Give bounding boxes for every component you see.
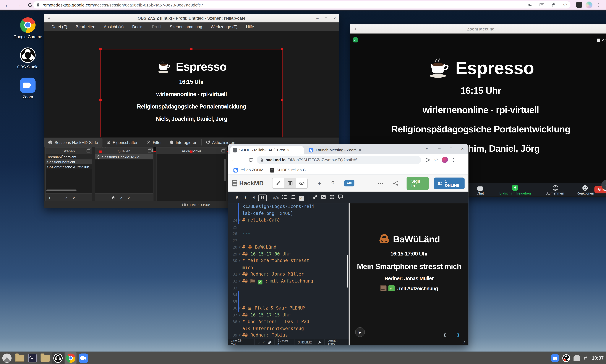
resize-handle[interactable] [281,48,283,50]
desktop-icon-obs[interactable]: OBS Studio [10,48,45,69]
autoplay-button[interactable]: ▶ [355,327,365,337]
menu-dots-icon[interactable]: ⋮ [451,157,455,162]
menu-ansicht[interactable]: Ansicht (V) [100,24,128,29]
menu-bearbeiten[interactable]: Bearbeiten [71,24,100,29]
new-tab-button[interactable]: + [379,146,382,152]
strikethrough-button[interactable]: S [250,195,258,200]
fold-icon[interactable]: ∨ [237,244,242,251]
menu-datei[interactable]: Datei (F) [47,24,71,29]
obs-titlebar[interactable]: ◂ OBS 27.2.2 (linux) - Profil: Untitled … [44,14,339,23]
taskbar-launcher[interactable] [1,352,13,364]
profile-avatar[interactable] [585,1,592,8]
reload-icon[interactable] [248,157,253,162]
fold-icon[interactable]: ∨ [237,319,242,325]
fold-icon[interactable]: ∨ [237,332,242,339]
preferences-icon[interactable] [315,339,325,345]
close-icon[interactable]: × [461,146,464,151]
view-button[interactable]: Anze [597,38,606,42]
scene-up-button[interactable]: ∧ [65,195,68,200]
task-list-button[interactable]: ✓ [297,195,306,200]
bookmark-slides[interactable]: SLIDES relilab-C... [270,168,309,172]
source-dock-tab[interactable]: Sessions HackMD-Slide [44,138,102,147]
resize-handle[interactable] [99,150,102,153]
link-button[interactable] [311,194,319,201]
source-down-button[interactable]: ∨ [127,195,130,200]
split-divider[interactable] [349,203,350,345]
split-mode-button[interactable] [284,178,296,188]
scene-item[interactable]: Technik-Übersicht [46,154,92,159]
help-button[interactable]: ? [331,180,334,186]
forward-icon[interactable]: → [240,157,245,163]
source-properties-icon[interactable] [111,196,115,200]
table-button[interactable] [328,194,336,201]
image-button[interactable] [319,194,328,201]
back-icon[interactable]: ← [5,2,10,8]
back-icon[interactable]: ← [231,157,236,163]
properties-button[interactable]: Eigenschaften [102,138,142,147]
obs-scene-canvas[interactable]: Espresso 16:15 Uhr wirlernenonline - rpi… [100,49,283,152]
zoom-titlebar[interactable]: ◂ Zoom Meeting – □ [350,24,606,34]
share-icon[interactable] [551,2,556,8]
address-bar[interactable]: remotedesktop.google.com/access/session/… [33,1,570,9]
tab-close-icon[interactable]: × [359,148,361,152]
reactions-button[interactable]: Reaktionen [577,185,594,196]
fold-icon[interactable]: ∨ [237,271,242,278]
lightbulb-icon[interactable] [257,340,260,344]
tab-search-icon[interactable]: ∨ [426,147,428,151]
bookmark-star-icon[interactable]: ☆ [563,2,567,8]
resize-handle[interactable] [99,48,102,50]
bold-button[interactable]: B [233,195,241,200]
minimize-icon[interactable]: – [598,26,600,31]
source-up-button[interactable]: ∧ [120,195,123,200]
fold-icon[interactable]: ∨ [237,251,242,258]
reload-icon[interactable] [28,2,33,8]
menu-profil[interactable]: Profil [148,24,165,29]
markdown-editor[interactable]: k%2BDesign/Logos/Icons/reli lab-cafe.png… [228,203,349,339]
source-item[interactable]: Sessions HackMD-Slid [95,154,153,159]
hackmd-brand[interactable]: HackMD [232,180,263,186]
address-bar[interactable]: hackmd.io/0Moh79SUTFCZoZzympwlTQ?both#/1 [257,156,421,164]
minimize-icon[interactable]: – [317,16,318,20]
remove-scene-button[interactable]: − [55,195,57,200]
brush-icon[interactable] [268,340,272,344]
taskbar-zoom[interactable] [78,352,89,364]
keymap-setting[interactable]: SUBLIME [295,339,315,345]
bookmark-relilab-zoom[interactable]: relilab ZOOM [234,168,263,172]
tray-printer-icon[interactable] [574,356,580,361]
sign-in-button[interactable]: Sign in [407,177,428,190]
bullet-list-button[interactable] [280,194,289,201]
fold-icon[interactable]: ∨ [237,258,242,264]
minimize-icon[interactable]: – [438,146,441,151]
chat-button[interactable]: Chat [477,186,484,196]
popout-icon[interactable] [148,149,152,152]
maximize-icon[interactable]: □ [450,146,452,150]
record-button[interactable]: Aufnehmen [546,185,564,196]
slide-prev-icon[interactable]: ‹ [443,331,446,338]
more-options-icon[interactable]: ⋯ [378,180,384,186]
menu-szenensammlung[interactable]: Szenensammlung [165,24,207,29]
tray-zoom-icon[interactable] [551,354,559,362]
remove-source-button[interactable]: − [105,195,107,200]
edit-mode-button[interactable] [273,178,284,188]
scene-item[interactable]: Sessionübersicht [46,159,92,164]
fold-icon[interactable]: ∨ [237,278,242,285]
tray-obs-icon[interactable] [563,354,570,362]
resize-handle[interactable] [190,150,192,153]
resize-handle[interactable] [99,99,102,101]
popout-icon[interactable] [87,149,90,152]
menu-hilfe[interactable]: Hilfe [242,24,258,29]
taskbar-screenshot-folder[interactable] [14,352,26,364]
share-screen-button[interactable]: Bildschirm freigeben [499,185,531,196]
comment-button[interactable] [336,194,345,201]
horizontal-scrollbar[interactable] [46,190,76,191]
desktop-icon-chrome[interactable]: Google Chrome [10,17,45,39]
heading-button[interactable]: H [258,194,267,201]
fold-icon[interactable]: ∨ [237,312,242,319]
forward-icon[interactable]: → [16,2,22,8]
tab-close-icon[interactable]: × [287,148,289,152]
share-icon[interactable] [393,181,398,186]
add-scene-button[interactable]: + [48,195,51,200]
preview-mode-button[interactable] [296,178,307,188]
code-button[interactable]: </> [272,195,280,200]
spellcheck-icon[interactable]: ✓ [263,340,265,344]
